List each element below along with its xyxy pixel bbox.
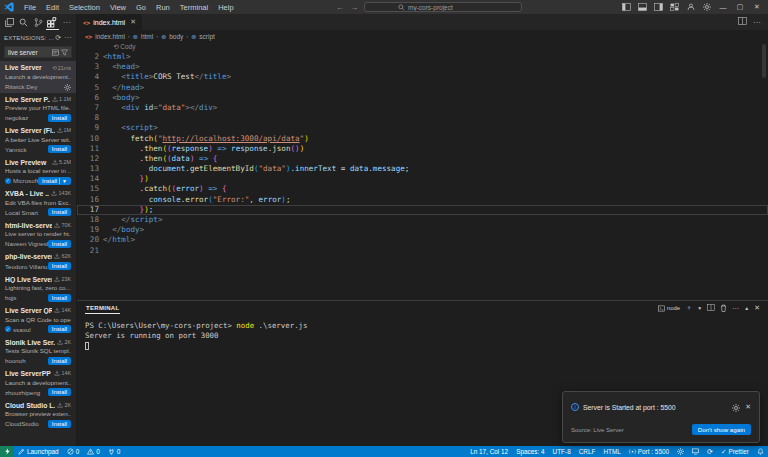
menu-edit[interactable]: Edit <box>41 3 64 12</box>
codelens-cody[interactable]: ⟲ Cody <box>77 42 768 52</box>
close-window-icon[interactable]: ✕ <box>752 3 762 11</box>
maximize-icon[interactable]: ▢ <box>735 3 745 11</box>
code-line[interactable]: 2<html> <box>77 52 768 62</box>
code-editor[interactable]: ⟲ Cody 2<html>3 <head>4 <title>CORS Test… <box>77 42 768 300</box>
install-button[interactable]: Install <box>48 325 71 333</box>
code-line[interactable]: 4 <title>CORS Test</title> <box>77 72 768 82</box>
statusbar-0[interactable]: 0 <box>83 448 104 455</box>
statusbar-port-5500[interactable]: Port : 5500 <box>625 448 673 455</box>
menu-selection[interactable]: Selection <box>64 3 105 12</box>
code-line[interactable]: 21 <box>77 246 768 256</box>
toggle-sidebar-icon[interactable] <box>622 3 631 12</box>
clear-search-icon[interactable] <box>52 49 59 56</box>
notification-settings-icon[interactable] <box>732 398 740 416</box>
install-button[interactable]: Install <box>48 357 71 365</box>
close-tab-icon[interactable]: ✕ <box>130 18 136 26</box>
editor-scrollbar[interactable] <box>762 44 766 78</box>
menu-view[interactable]: View <box>105 3 131 12</box>
settings-gear-icon[interactable] <box>702 3 711 12</box>
panel-more-icon[interactable]: ··· <box>64 34 72 41</box>
install-button[interactable]: Install <box>48 388 71 396</box>
extensions-search-input[interactable] <box>8 49 50 56</box>
command-center-input[interactable] <box>408 4 488 11</box>
split-editor-icon[interactable] <box>738 17 747 27</box>
extensions-icon[interactable] <box>46 15 58 30</box>
maximize-panel-icon[interactable]: ▲ <box>744 305 749 311</box>
code-line[interactable]: 6 <body> <box>77 93 768 103</box>
minimize-icon[interactable]: — <box>718 4 728 11</box>
code-line[interactable]: 8 <box>77 113 768 123</box>
filter-funnel-icon[interactable] <box>61 49 68 56</box>
toggle-panel-icon[interactable] <box>638 3 647 12</box>
code-line[interactable]: 3 <head> <box>77 62 768 72</box>
install-button[interactable]: Install <box>48 208 71 216</box>
install-button[interactable]: Install▼ <box>38 177 71 185</box>
install-button[interactable]: Install <box>48 294 71 302</box>
breadcrumb[interactable]: <>index.html›⊚html›⊚body›⊚script <box>77 30 768 42</box>
kill-terminal-icon[interactable] <box>720 304 727 313</box>
breadcrumb-item[interactable]: script <box>199 33 215 40</box>
code-line[interactable]: 13 document.getElementById("data").inner… <box>77 164 768 174</box>
statusbar-0[interactable]: 0 <box>63 448 84 455</box>
statusbar-crlf[interactable]: CRLF <box>575 448 600 455</box>
extension-item[interactable]: Live Server (Fi...1MA better Live Server… <box>0 124 76 156</box>
breadcrumb-item[interactable]: body <box>169 33 183 40</box>
extension-item[interactable]: html-live-server70KLive server to render… <box>0 219 76 251</box>
install-button[interactable]: Install <box>48 262 71 270</box>
code-line[interactable]: 7 <div id="data"></div> <box>77 103 768 113</box>
extension-item[interactable]: HQ Live Server23KLightning fast, zero co… <box>0 273 76 305</box>
install-button[interactable]: Install <box>48 145 71 153</box>
extension-item[interactable]: Live Server QR14KScan a QR Code to ope..… <box>0 304 76 336</box>
extension-item[interactable]: Live Server⟲21msLaunch a development...R… <box>0 61 76 93</box>
extension-item[interactable]: Live Server P...1.1MPreview your HTML fi… <box>0 93 76 125</box>
code-line[interactable]: 15 .catch((error) => { <box>77 184 768 194</box>
code-line[interactable]: 19 </body> <box>77 225 768 235</box>
extension-item[interactable]: Cloud Studio L...2KBrowser preview exten… <box>0 399 76 431</box>
statusbar-launchpad[interactable]: Launchpad <box>14 448 63 455</box>
menu-go[interactable]: Go <box>131 3 151 12</box>
extension-item[interactable]: Live Preview5.2MHosts a local server in … <box>0 156 76 188</box>
code-line[interactable]: 18 </script> <box>77 215 768 225</box>
code-line[interactable]: 11 .then((response) => response.json()) <box>77 144 768 154</box>
install-button[interactable]: Install <box>48 114 71 122</box>
toggle-secondary-sidebar-icon[interactable] <box>654 3 663 12</box>
new-terminal-icon[interactable]: ＋ <box>685 303 692 313</box>
refresh-icon[interactable]: ⟳ <box>55 34 61 42</box>
notification-close-icon[interactable]: ✕ <box>745 403 751 411</box>
more-actions-icon[interactable]: ··· <box>61 15 73 30</box>
code-line[interactable]: 16 console.error("Error:", error); <box>77 195 768 205</box>
statusbar-sync[interactable]: ⟳ <box>703 448 717 456</box>
back-arrow-icon[interactable]: ← <box>336 3 344 12</box>
code-line[interactable]: 20</html> <box>77 235 768 245</box>
source-control-icon[interactable] <box>32 15 44 30</box>
search-icon[interactable] <box>17 15 29 30</box>
statusbar-prettier[interactable]: ✓Prettier <box>717 448 753 456</box>
terminal-dropdown-icon[interactable]: ▼ <box>697 305 702 311</box>
split-terminal-icon[interactable] <box>707 304 715 312</box>
install-button[interactable]: Install <box>48 240 71 248</box>
statusbar-utf-8[interactable]: UTF-8 <box>549 448 575 455</box>
breadcrumb-item[interactable]: html <box>141 33 153 40</box>
extensions-search-box[interactable] <box>4 46 72 58</box>
extension-item[interactable]: Live ServerPP14KLaunch a development...z… <box>0 367 76 399</box>
code-line[interactable]: 5 </head> <box>77 83 768 93</box>
remote-indicator[interactable] <box>0 446 14 457</box>
extension-item[interactable]: php-live-server62KTeodoro Villanu...Inst… <box>0 250 76 273</box>
explorer-icon[interactable] <box>3 15 15 30</box>
menu-run[interactable]: Run <box>151 3 175 12</box>
statusbar-ln-17-col-12[interactable]: Ln 17, Col 12 <box>466 448 512 455</box>
statusbar-screen[interactable] <box>688 448 703 455</box>
install-button[interactable]: Install <box>48 420 71 428</box>
menu-file[interactable]: File <box>19 3 41 12</box>
breadcrumb-item[interactable]: index.html <box>95 33 125 40</box>
forward-arrow-icon[interactable]: → <box>350 3 358 12</box>
dont-show-again-button[interactable]: Don't show again <box>692 424 751 435</box>
close-panel-icon[interactable]: ✕ <box>754 304 760 312</box>
code-line[interactable]: 10 fetch("http://localhost:3000/api/data… <box>77 134 768 144</box>
menu-help[interactable]: Help <box>213 3 238 12</box>
customize-layout-icon[interactable] <box>670 3 679 12</box>
command-center[interactable] <box>364 2 522 12</box>
tab-terminal[interactable]: TERMINAL <box>85 303 120 314</box>
tab-index-html[interactable]: <> index.html ✕ <box>77 14 142 30</box>
code-line[interactable]: 17 }); <box>77 205 768 215</box>
